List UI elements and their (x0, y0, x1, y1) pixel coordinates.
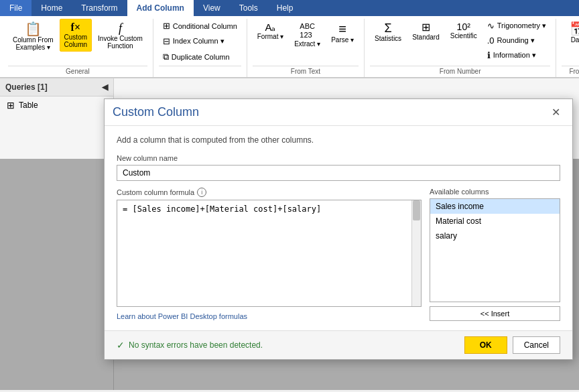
scientific-button[interactable]: 10² Scientific (446, 19, 482, 43)
ribbon-body: 📋 Column FromExamples ▾ f× CustomColumn … (0, 16, 579, 78)
tab-home[interactable]: Home (31, 0, 72, 16)
index-column-icon: ⊟ (163, 36, 170, 46)
column-from-examples-button[interactable]: 📋 Column FromExamples ▾ (8, 19, 58, 54)
statistics-label: Statistics (375, 35, 401, 42)
scientific-label: Scientific (450, 32, 477, 40)
ribbon-group-from-date: 📅 Date ⏰ Time From Date & Ti... (556, 19, 579, 77)
column-item-salary[interactable]: salary (430, 228, 560, 243)
dialog-titlebar: Custom Column ✕ (105, 99, 572, 126)
columns-section: Custom column formula i Learn about Powe… (117, 188, 560, 321)
footer-buttons: OK Cancel (464, 336, 560, 354)
index-column-label: Index Column ▾ (173, 37, 224, 46)
status-message: ✓ No syntax errors have been detected. (117, 340, 263, 350)
formula-scrollbar[interactable] (411, 200, 421, 306)
dialog-description: Add a column that is computed from the o… (117, 135, 560, 145)
duplicate-column-label: Duplicate Column (172, 53, 230, 61)
general-group-label: General (8, 66, 147, 77)
information-button[interactable]: ℹ Information ▾ (483, 48, 550, 62)
available-section: Available columns Sales income Material … (430, 188, 560, 321)
new-column-name-row: New column name (117, 154, 560, 181)
column-examples-label: Column FromExamples ▾ (13, 36, 54, 51)
extract-label: Extract ▾ (294, 40, 320, 48)
statistics-button[interactable]: Σ Statistics (370, 19, 406, 46)
rounding-button[interactable]: .0 Rounding ▾ (483, 34, 550, 48)
table-icon: ⊞ (7, 100, 15, 111)
invoke-function-label: Invoke CustomFunction (98, 35, 143, 50)
dialog-body: Add a column that is computed from the o… (105, 126, 572, 330)
statistics-icon: Σ (385, 22, 392, 34)
formula-box-wrap (117, 200, 422, 307)
standard-icon: ⊞ (422, 22, 430, 33)
status-text: No syntax errors have been detected. (129, 340, 263, 350)
sidebar-collapse-icon[interactable]: ◀ (102, 82, 108, 92)
standard-button[interactable]: ⊞ Standard (407, 19, 444, 44)
from-date-label: From Date & Ti... (562, 66, 579, 77)
date-icon: 📅 (570, 22, 579, 36)
tab-add-column[interactable]: Add Column (127, 0, 194, 16)
invoke-custom-function-button[interactable]: f Invoke CustomFunction (93, 19, 147, 53)
custom-column-dialog: Custom Column ✕ Add a column that is com… (104, 99, 573, 360)
duplicate-column-icon: ⧉ (163, 52, 169, 62)
ribbon-group-general: 📋 Column FromExamples ▾ f× CustomColumn … (3, 19, 153, 77)
sidebar-table-label: Table (19, 101, 38, 110)
trigonometry-icon: ∿ (487, 21, 495, 31)
tab-file[interactable]: File (0, 0, 31, 16)
format-icon: Aₐ (265, 22, 275, 32)
from-text-label: From Text (253, 66, 359, 77)
invoke-function-icon: f (119, 22, 122, 34)
formula-info-icon[interactable]: i (197, 188, 206, 197)
extract-button[interactable]: ABC123 Extract ▾ (290, 19, 325, 51)
columns-group-label (159, 66, 241, 77)
formula-label: Custom column formula i (117, 188, 422, 197)
tab-transform[interactable]: Transform (72, 0, 127, 16)
check-icon: ✓ (117, 340, 125, 350)
custom-column-button[interactable]: f× CustomColumn (60, 19, 92, 52)
cancel-button[interactable]: Cancel (513, 336, 560, 354)
new-column-name-input[interactable] (117, 165, 560, 181)
rounding-icon: .0 (487, 36, 495, 46)
extract-icon: ABC123 (300, 22, 315, 40)
tab-view[interactable]: View (194, 0, 230, 16)
insert-button[interactable]: << Insert (430, 306, 560, 321)
queries-label: Queries [1] (5, 82, 48, 92)
sidebar-item-table[interactable]: ⊞ Table (0, 96, 113, 114)
formula-scrollbar-thumb (413, 200, 420, 220)
formula-textarea[interactable] (117, 200, 421, 304)
tab-tools[interactable]: Tools (230, 0, 267, 16)
parse-label: Parse ▾ (331, 36, 354, 44)
conditional-column-icon: ⊞ (163, 21, 170, 31)
standard-label: Standard (412, 34, 440, 41)
format-label: Format ▾ (257, 33, 283, 40)
conditional-column-button[interactable]: ⊞ Conditional Column (159, 19, 241, 33)
column-examples-icon: 📋 (25, 22, 42, 36)
dialog-footer: ✓ No syntax errors have been detected. O… (105, 330, 572, 359)
ribbon-group-from-number: Σ Statistics ⊞ Standard 10² Scientific ∿… (365, 19, 556, 77)
index-column-button[interactable]: ⊟ Index Column ▾ (159, 34, 229, 48)
sidebar-header: Queries [1] ◀ (0, 78, 113, 96)
trigonometry-button[interactable]: ∿ Trigonometry ▾ (483, 19, 550, 33)
from-number-label: From Number (370, 66, 550, 77)
main-area: Queries [1] ◀ ⊞ Table Custom Column ✕ Ad… (0, 78, 579, 390)
custom-column-icon: f× (71, 22, 80, 33)
dialog-close-button[interactable]: ✕ (548, 105, 564, 120)
tab-help[interactable]: Help (267, 0, 303, 16)
information-label: Information ▾ (493, 51, 536, 60)
available-columns-list: Sales income Material cost salary (430, 198, 560, 302)
learn-link[interactable]: Learn about Power BI Desktop formulas (117, 312, 247, 320)
available-columns-label: Available columns (430, 188, 560, 196)
rounding-label: Rounding ▾ (497, 36, 535, 45)
ribbon-group-columns: ⊞ Conditional Column ⊟ Index Column ▾ ⧉ … (153, 19, 247, 77)
ribbon-tabs: File Home Transform Add Column View Tool… (0, 0, 579, 16)
date-button[interactable]: 📅 Date (562, 19, 579, 47)
duplicate-column-button[interactable]: ⧉ Duplicate Column (159, 50, 234, 64)
number-stack: ∿ Trigonometry ▾ .0 Rounding ▾ ℹ Informa… (483, 19, 550, 62)
format-button[interactable]: Aₐ Format ▾ (253, 19, 288, 44)
column-item-sales-income[interactable]: Sales income (430, 199, 560, 214)
new-column-name-label: New column name (117, 154, 560, 162)
scientific-icon: 10² (457, 22, 470, 31)
ok-button[interactable]: OK (464, 336, 507, 354)
parse-button[interactable]: ≡ Parse ▾ (326, 19, 359, 47)
information-icon: ℹ (487, 50, 491, 60)
conditional-column-label: Conditional Column (173, 22, 237, 30)
column-item-material-cost[interactable]: Material cost (430, 214, 560, 228)
